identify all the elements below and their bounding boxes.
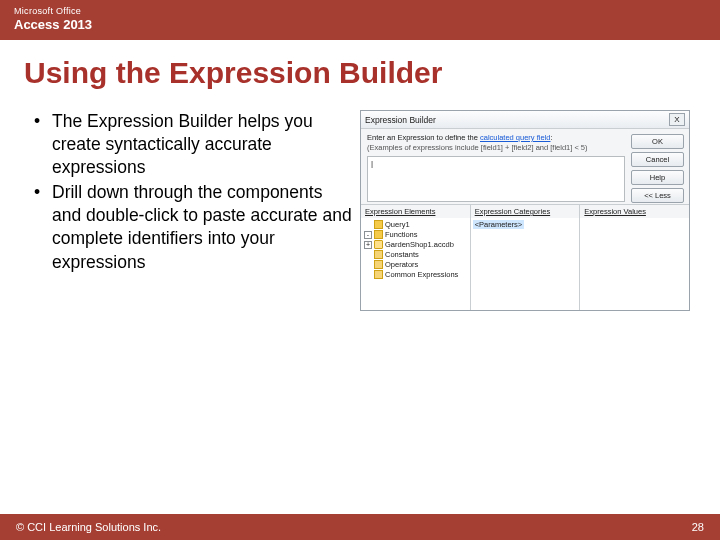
ok-button[interactable]: OK [631, 134, 684, 149]
column-header: Expression Values [580, 205, 689, 218]
dialog-button-column: OK Cancel Help << Less [631, 129, 689, 204]
folder-icon [374, 270, 383, 279]
expression-values-column: Expression Values [580, 205, 689, 310]
database-icon [374, 240, 383, 249]
dialog-title: Expression Builder [365, 115, 436, 125]
expression-input[interactable]: | [367, 156, 625, 202]
expression-elements-column: Expression Elements Query1 - Functions [361, 205, 471, 310]
slide: Microsoft Office Access 2013 Using the E… [0, 0, 720, 540]
elements-tree[interactable]: Query1 - Functions + GardenShop1.accdb [361, 218, 470, 310]
tree-label: Functions [385, 230, 418, 239]
folder-icon [374, 250, 383, 259]
tree-item[interactable]: Constants [363, 250, 468, 260]
cancel-button[interactable]: Cancel [631, 152, 684, 167]
dialog-hint: Enter an Expression to define the calcul… [367, 133, 625, 142]
folder-icon [374, 260, 383, 269]
tree-label: Common Expressions [385, 270, 458, 279]
hint-prefix: Enter an Expression to define the [367, 133, 480, 142]
content-area: The Expression Builder helps you create … [0, 96, 720, 311]
header-bar: Microsoft Office Access 2013 [0, 0, 720, 40]
column-header: Expression Elements [361, 205, 470, 218]
hint-link[interactable]: calculated query field [480, 133, 550, 142]
tree-item[interactable]: - Functions [363, 230, 468, 240]
help-button[interactable]: Help [631, 170, 684, 185]
query-icon [374, 220, 383, 229]
tree-label: Query1 [385, 220, 410, 229]
tree-label: Constants [385, 250, 419, 259]
expression-categories-column: Expression Categories <Parameters> [471, 205, 581, 310]
bullet-item: The Expression Builder helps you create … [34, 110, 354, 179]
tree-item[interactable]: + GardenShop1.accdb [363, 240, 468, 250]
brand-label: Microsoft Office [14, 6, 706, 16]
dialog-columns: Expression Elements Query1 - Functions [361, 204, 689, 310]
footer-bar: © CCI Learning Solutions Inc. 28 [0, 514, 720, 540]
expand-icon[interactable]: + [364, 241, 372, 249]
list-item-selected[interactable]: <Parameters> [473, 220, 525, 229]
close-icon[interactable]: X [669, 113, 685, 126]
page-title: Using the Expression Builder [0, 40, 720, 96]
dialog-example: (Examples of expressions include [field1… [367, 143, 625, 152]
product-label: Access 2013 [14, 17, 706, 32]
tree-item[interactable]: Query1 [363, 220, 468, 230]
bullet-list: The Expression Builder helps you create … [34, 110, 354, 311]
dialog-titlebar: Expression Builder X [361, 111, 689, 129]
dialog-body: Enter an Expression to define the calcul… [361, 129, 689, 204]
tree-label: GardenShop1.accdb [385, 240, 454, 249]
collapse-icon[interactable]: - [364, 231, 372, 239]
column-header: Expression Categories [471, 205, 580, 218]
function-icon [374, 230, 383, 239]
dialog-main: Enter an Expression to define the calcul… [361, 129, 631, 204]
values-list[interactable] [580, 218, 689, 310]
bullet-item: Drill down through the components and do… [34, 181, 354, 273]
expression-builder-dialog: Expression Builder X Enter an Expression… [360, 110, 690, 311]
tree-item[interactable]: Operators [363, 260, 468, 270]
page-number: 28 [692, 521, 704, 533]
categories-list[interactable]: <Parameters> [471, 218, 580, 310]
hint-suffix: : [550, 133, 552, 142]
tree-label: Operators [385, 260, 418, 269]
less-button[interactable]: << Less [631, 188, 684, 203]
screenshot: Expression Builder X Enter an Expression… [360, 110, 690, 311]
copyright-label: © CCI Learning Solutions Inc. [16, 521, 161, 533]
tree-item[interactable]: Common Expressions [363, 270, 468, 280]
